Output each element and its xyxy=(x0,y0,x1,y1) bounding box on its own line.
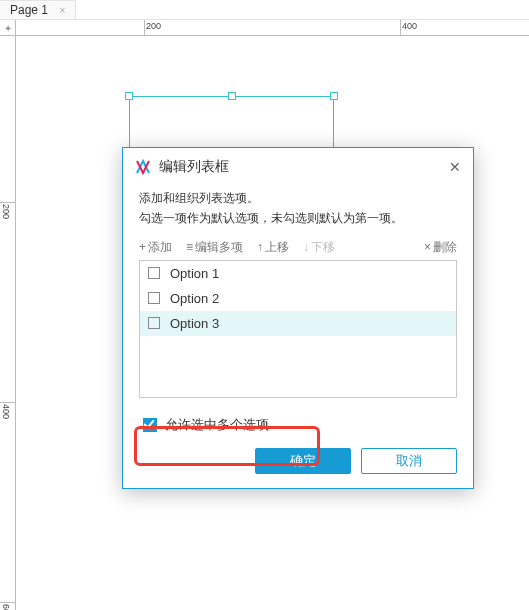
page-tab[interactable]: Page 1 × xyxy=(0,0,76,19)
close-tab-icon[interactable]: × xyxy=(59,5,65,16)
close-dialog-icon[interactable]: ✕ xyxy=(449,159,461,175)
option-label: Option 1 xyxy=(170,266,219,281)
ruler-h-tick: 200 xyxy=(146,21,161,31)
option-checkbox[interactable] xyxy=(148,267,160,279)
arrow-down-icon: ↓ xyxy=(303,240,309,254)
edit-listbox-dialog: 编辑列表框 ✕ 添加和组织列表选项。 勾选一项作为默认选项，未勾选则默认为第一项… xyxy=(122,147,474,489)
options-toolbar: +添加 ≡编辑多项 ↑上移 ↓下移 ×删除 xyxy=(139,235,457,260)
delete-option-button[interactable]: ×删除 xyxy=(424,239,457,256)
desc-line: 添加和组织列表选项。 xyxy=(139,188,457,208)
move-down-button[interactable]: ↓下移 xyxy=(303,239,335,256)
x-icon: × xyxy=(424,240,431,254)
ruler-horizontal: ✦ 200 400 600 xyxy=(0,20,529,36)
resize-handle[interactable] xyxy=(125,92,133,100)
ok-button[interactable]: 确定 xyxy=(255,448,351,474)
tab-bar: Page 1 × xyxy=(0,0,529,20)
axure-logo-icon xyxy=(135,159,151,175)
options-listbox[interactable]: Option 1 Option 2 Option 3 xyxy=(139,260,457,398)
option-label: Option 3 xyxy=(170,316,219,331)
list-item[interactable]: Option 3 xyxy=(140,311,456,336)
edit-many-button[interactable]: ≡编辑多项 xyxy=(186,239,243,256)
ruler-v-tick: 400 xyxy=(1,404,11,419)
ruler-origin-icon: ✦ xyxy=(0,20,16,36)
ruler-vertical: 200 400 600 xyxy=(0,36,16,610)
resize-handle[interactable] xyxy=(228,92,236,100)
option-checkbox[interactable] xyxy=(148,317,160,329)
option-label: Option 2 xyxy=(170,291,219,306)
ruler-v-tick: 600 xyxy=(1,604,11,610)
dialog-buttons: 确定 取消 xyxy=(139,448,457,474)
allow-multi-checkbox[interactable] xyxy=(143,418,157,432)
list-item[interactable]: Option 1 xyxy=(140,261,456,286)
option-checkbox[interactable] xyxy=(148,292,160,304)
cancel-button[interactable]: 取消 xyxy=(361,448,457,474)
allow-multi-row[interactable]: 允许选中多个选项 xyxy=(143,416,457,434)
list-icon: ≡ xyxy=(186,240,193,254)
dialog-titlebar: 编辑列表框 ✕ xyxy=(123,148,473,186)
page-tab-label: Page 1 xyxy=(10,3,48,17)
dialog-description: 添加和组织列表选项。 勾选一项作为默认选项，未勾选则默认为第一项。 xyxy=(139,188,457,229)
allow-multi-label: 允许选中多个选项 xyxy=(165,416,269,434)
dialog-title: 编辑列表框 xyxy=(159,158,229,176)
add-option-button[interactable]: +添加 xyxy=(139,239,172,256)
plus-icon: + xyxy=(139,240,146,254)
arrow-up-icon: ↑ xyxy=(257,240,263,254)
desc-line: 勾选一项作为默认选项，未勾选则默认为第一项。 xyxy=(139,208,457,228)
ruler-v-tick: 200 xyxy=(1,204,11,219)
list-item[interactable]: Option 2 xyxy=(140,286,456,311)
ruler-h-tick: 400 xyxy=(402,21,417,31)
resize-handle[interactable] xyxy=(330,92,338,100)
move-up-button[interactable]: ↑上移 xyxy=(257,239,289,256)
